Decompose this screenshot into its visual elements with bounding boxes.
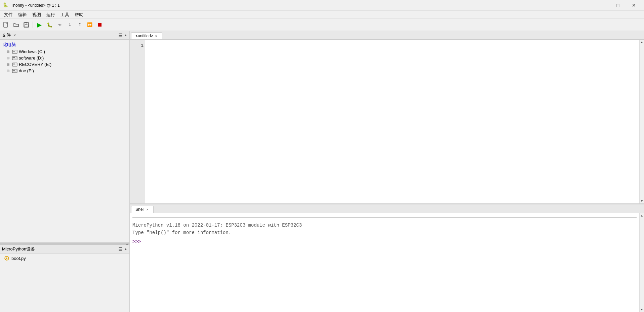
file-panel-controls: ☰ ▲ <box>118 33 127 38</box>
line-number-1: 1 <box>131 42 144 49</box>
right-area: <untitled> × 1 ▲ ▼ Shell <box>130 31 644 312</box>
shell-separator <box>132 217 637 218</box>
menu-help[interactable]: 帮助 <box>72 11 86 18</box>
step-over-button[interactable]: ⤼ <box>55 20 64 30</box>
drive-software-d[interactable]: ⊞ software (D:) <box>0 55 129 61</box>
drive-windows-c-label: Windows (C:) <box>19 49 45 54</box>
resize-arrow-up[interactable]: ▲ <box>125 242 129 246</box>
svg-rect-5 <box>13 51 15 52</box>
boot-py-item[interactable]: boot.py <box>0 255 129 262</box>
menu-edit[interactable]: 编辑 <box>15 11 30 18</box>
shell-scroll-up-arrow[interactable]: ▲ <box>640 213 644 218</box>
open-button[interactable] <box>11 20 21 30</box>
toolbar: ▶ 🐛 ⤼ ⤵ ↥ ⏩ ⏹ <box>0 19 644 31</box>
shell-scrollbar-v[interactable]: ▲ ▼ <box>639 213 644 312</box>
shell-area: Shell × MicroPython v1.18 on 2022-01-17;… <box>130 204 644 312</box>
svg-point-14 <box>16 64 16 64</box>
menu-run[interactable]: 运行 <box>44 11 58 18</box>
editor-container: 1 ▲ ▼ <box>130 40 644 203</box>
svg-rect-8 <box>12 56 17 60</box>
shell-tab[interactable]: Shell × <box>131 206 154 213</box>
svg-rect-17 <box>13 70 15 71</box>
micro-panel-controls: ☰ ▲ <box>118 246 127 252</box>
new-button[interactable] <box>1 20 11 30</box>
svg-rect-3 <box>24 25 28 27</box>
file-panel-content: 此电脑 ⊞ Windows (C:) ⊞ <box>0 40 129 242</box>
file-panel: 文件 × ☰ ▲ 此电脑 ⊞ Wi <box>0 31 129 243</box>
shell-content[interactable]: MicroPython v1.18 on 2022-01-17; ESP32C3… <box>130 213 639 312</box>
title-text: Thonny - <untitled> @ 1 : 1 <box>11 3 60 8</box>
micro-panel-menu-icon[interactable]: ☰ <box>118 246 123 252</box>
drive-software-d-label: software (D:) <box>19 55 44 61</box>
close-button[interactable]: ✕ <box>627 1 641 10</box>
editor-tab-close[interactable]: × <box>155 34 158 38</box>
menu-view[interactable]: 视图 <box>30 11 44 18</box>
svg-point-18 <box>16 70 16 71</box>
file-panel-scroll-up[interactable]: ▲ <box>124 33 127 37</box>
shell-scroll-down-arrow[interactable]: ▼ <box>640 307 644 312</box>
file-panel-menu-icon[interactable]: ☰ <box>118 33 123 38</box>
shell-output-line2: Type "help()" for more information. <box>132 229 637 236</box>
title-bar: 🐍 Thonny - <untitled> @ 1 : 1 ‒ □ ✕ <box>0 0 644 11</box>
editor-scroll-thumb[interactable] <box>640 44 644 199</box>
maximize-button[interactable]: □ <box>610 1 625 10</box>
hdd-icon-e <box>12 62 17 67</box>
shell-tabs: Shell × <box>130 204 644 213</box>
resume-button[interactable]: ⏩ <box>85 20 94 30</box>
drive-windows-c[interactable]: ⊞ Windows (C:) <box>0 48 129 55</box>
shell-tab-label: Shell <box>135 207 145 212</box>
svg-point-10 <box>16 57 16 58</box>
editor-tab-untitled[interactable]: <untitled> × <box>131 32 162 39</box>
title-controls: ‒ □ ✕ <box>594 1 641 10</box>
editor-content[interactable] <box>145 40 639 203</box>
sidebar-resize-handle[interactable]: ▲ <box>0 243 129 245</box>
menu-tools[interactable]: 工具 <box>58 11 72 18</box>
shell-scroll-thumb[interactable] <box>640 218 644 307</box>
run-button[interactable]: ▶ <box>35 20 44 30</box>
editor-scroll-down-arrow[interactable]: ▼ <box>640 199 644 203</box>
app-icon: 🐍 <box>3 2 9 8</box>
expand-icon-d: ⊞ <box>7 56 11 60</box>
shell-tab-close[interactable]: × <box>146 208 149 211</box>
svg-point-21 <box>6 258 7 259</box>
main-area: 文件 × ☰ ▲ 此电脑 ⊞ Wi <box>0 31 644 312</box>
drive-recovery-e-label: RECOVERY (E:) <box>19 62 51 67</box>
micro-panel-content: boot.py <box>0 254 129 312</box>
file-panel-title: 文件 <box>2 32 11 38</box>
step-into-button[interactable]: ⤵ <box>65 20 74 30</box>
open-icon <box>13 22 19 28</box>
line-numbers: 1 <box>130 40 145 203</box>
svg-line-26 <box>5 257 6 258</box>
shell-prompt-line: >>> <box>132 238 637 245</box>
editor-tab-label: <untitled> <box>135 34 153 38</box>
hdd-icon-f <box>12 69 17 73</box>
expand-icon-f: ⊞ <box>7 69 11 73</box>
shell-output: MicroPython v1.18 on 2022-01-17; ESP32C3… <box>132 222 637 237</box>
this-pc-label[interactable]: 此电脑 <box>0 41 129 48</box>
debug-button[interactable]: 🐛 <box>45 20 54 30</box>
expand-icon-e: ⊞ <box>7 63 11 66</box>
hdd-icon-d <box>12 56 17 61</box>
menu-file[interactable]: 文件 <box>1 11 15 18</box>
micro-panel-scroll-up[interactable]: ▲ <box>124 247 127 251</box>
shell-prompt: >>> <box>132 239 141 244</box>
shell-container: MicroPython v1.18 on 2022-01-17; ESP32C3… <box>130 213 644 312</box>
micro-panel-title: MicroPython设备 <box>2 246 35 252</box>
hdd-icon-c <box>12 49 17 54</box>
save-icon <box>23 22 29 28</box>
micro-panel: MicroPython设备 ☰ ▲ <box>0 245 129 312</box>
editor-scroll-up-arrow[interactable]: ▲ <box>640 40 644 44</box>
save-button[interactable] <box>22 20 31 30</box>
step-out-button[interactable]: ↥ <box>75 20 84 30</box>
drive-recovery-e[interactable]: ⊞ RECOVERY (E:) <box>0 61 129 68</box>
new-icon <box>3 22 9 28</box>
file-panel-close-icon[interactable]: × <box>13 33 16 38</box>
drive-doc-f[interactable]: ⊞ doc (F:) <box>0 68 129 74</box>
toolbar-sep-1 <box>33 22 33 28</box>
minimize-button[interactable]: ‒ <box>594 1 609 10</box>
stop-button[interactable]: ⏹ <box>95 20 105 30</box>
boot-py-icon <box>4 256 9 261</box>
editor-scrollbar-v[interactable]: ▲ ▼ <box>639 40 644 203</box>
svg-rect-4 <box>12 50 17 53</box>
svg-rect-12 <box>12 63 17 66</box>
